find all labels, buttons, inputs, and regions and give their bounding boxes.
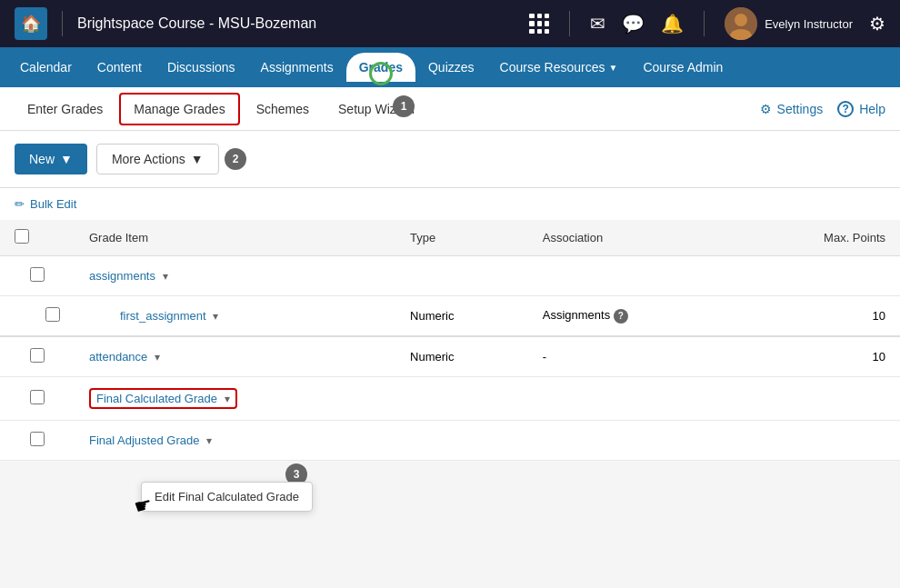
nav-calendar-wrap: Calendar — [7, 53, 85, 82]
avatar — [725, 7, 757, 40]
row-checkbox-input[interactable] — [30, 348, 45, 363]
divider3 — [704, 11, 705, 36]
row-association-cell — [528, 256, 735, 296]
final-calculated-grade-link[interactable]: Final Calculated Grade — [96, 392, 217, 405]
row-name-link[interactable]: first_assignment — [120, 309, 209, 323]
nav-course-resources[interactable]: Course Resources ▼ — [487, 53, 631, 82]
top-bar-icons: ✉ 💬 🔔 Evelyn Instructor ⚙ — [529, 7, 885, 40]
sub-nav: Enter Grades Manage Grades Schemes Setup… — [0, 87, 900, 131]
row-checkbox-input[interactable] — [30, 267, 45, 282]
row-checkbox — [0, 336, 75, 377]
nav-course-admin[interactable]: Course Admin — [630, 53, 735, 82]
mail-icon[interactable]: ✉ — [590, 13, 605, 35]
settings-button[interactable]: ⚙ Settings — [760, 102, 824, 116]
bulk-edit-bar: ✏ Bulk Edit — [0, 188, 900, 220]
table-row: first_assignment ▾ Numeric Assignments ?… — [0, 296, 900, 337]
row-chevron-button[interactable]: ▾ — [163, 270, 168, 283]
app-title: Brightspace Course - MSU-Bozeman — [77, 15, 518, 32]
grades-table-wrapper: Grade Item Type Association Max. Points — [0, 220, 900, 461]
new-button[interactable]: New ▼ — [15, 144, 87, 174]
row-checkbox-input[interactable] — [30, 432, 45, 446]
sub-nav-manage-grades[interactable]: Manage Grades — [119, 93, 239, 125]
row-chevron-button[interactable]: ▾ — [213, 310, 218, 323]
row-maxpoints-cell — [735, 377, 900, 421]
row-name-cell: Final Adjusted Grade ▾ — [75, 421, 395, 461]
nav-content-wrap: Content — [85, 53, 155, 82]
more-actions-button[interactable]: More Actions ▼ — [96, 144, 219, 174]
settings-icon: ⚙ — [760, 102, 772, 116]
help-button[interactable]: ? Help — [837, 101, 885, 117]
final-calculated-grade-box: Final Calculated Grade ▾ — [89, 388, 237, 409]
final-adjusted-grade-link[interactable]: Final Adjusted Grade — [89, 434, 203, 447]
home-button[interactable]: 🏠 — [15, 7, 47, 40]
nav-assignments-wrap: Assignments — [248, 53, 346, 82]
grid-icon-inner — [529, 14, 549, 34]
row-maxpoints-cell — [735, 421, 900, 461]
row-maxpoints-cell — [735, 256, 900, 296]
row-name-cell: attendance ▾ — [75, 336, 395, 377]
row-association-cell: Assignments ? — [528, 296, 735, 337]
row-checkbox-input[interactable] — [45, 307, 60, 322]
table-row: attendance ▾ Numeric - 10 — [0, 336, 900, 377]
username: Evelyn Instructor — [765, 17, 853, 31]
grid-icon[interactable] — [529, 14, 549, 34]
bulk-edit-button[interactable]: ✏ Bulk Edit — [15, 197, 76, 211]
info-icon[interactable]: ? — [614, 309, 628, 324]
chevron-down-icon: ▼ — [60, 152, 73, 166]
nav-discussions-wrap: Discussions — [155, 53, 248, 82]
divider — [62, 11, 63, 36]
row-association-cell — [528, 421, 735, 461]
nav-content[interactable]: Content — [85, 53, 155, 82]
user-menu[interactable]: Evelyn Instructor — [725, 7, 853, 40]
header-association: Association — [528, 220, 735, 256]
row-type-cell — [395, 377, 528, 421]
row-association-cell: - — [528, 336, 735, 377]
nav-quizzes-wrap: Quizzes — [415, 53, 487, 82]
sub-nav-right: ⚙ Settings ? Help — [760, 101, 885, 117]
nav-quizzes[interactable]: Quizzes — [415, 53, 487, 82]
nav-course-resources-wrap: Course Resources ▼ — [487, 53, 631, 82]
row-checkbox-input[interactable] — [30, 390, 45, 404]
row-name-cell: first_assignment ▾ — [75, 296, 395, 337]
table-row: Final Calculated Grade ▾ — [0, 377, 900, 421]
sub-nav-schemes[interactable]: Schemes — [244, 95, 322, 124]
svg-point-1 — [735, 14, 747, 26]
settings-gear-icon[interactable]: ⚙ — [869, 13, 885, 35]
chat-icon[interactable]: 💬 — [622, 13, 645, 35]
header-checkbox-col — [0, 220, 75, 256]
step-badge-1: 1 — [393, 95, 415, 117]
bell-icon[interactable]: 🔔 — [661, 13, 684, 35]
nav-calendar[interactable]: Calendar — [7, 53, 85, 82]
step-badge-2: 2 — [225, 148, 246, 170]
row-name-link[interactable]: attendance — [89, 350, 151, 364]
row-type-cell — [395, 421, 528, 461]
row-type-cell: Numeric — [395, 296, 528, 337]
row-name-link[interactable]: assignments — [89, 269, 159, 283]
row-chevron-button[interactable]: ▾ — [225, 393, 230, 405]
chevron-down-icon: ▼ — [191, 152, 204, 166]
row-chevron-button[interactable]: ▾ — [155, 351, 160, 364]
row-name-cell: Final Calculated Grade ▾ — [75, 377, 395, 421]
row-maxpoints-cell: 10 — [735, 296, 900, 337]
header-max-points: Max. Points — [735, 220, 900, 256]
action-bar: New ▼ More Actions ▼ — [0, 131, 900, 188]
table-row: assignments ▾ — [0, 256, 900, 296]
help-icon: ? — [837, 101, 854, 117]
row-checkbox — [0, 421, 75, 461]
row-chevron-button[interactable]: ▾ — [206, 434, 212, 447]
nav-grades[interactable]: Grades — [346, 53, 415, 82]
sub-nav-enter-grades[interactable]: Enter Grades — [15, 95, 115, 124]
row-maxpoints-cell: 10 — [735, 336, 900, 377]
header-type: Type — [395, 220, 528, 256]
top-bar: 🏠 Brightspace Course - MSU-Bozeman ✉ 💬 🔔 — [0, 0, 900, 47]
select-all-checkbox[interactable] — [15, 229, 29, 244]
header-grade-item: Grade Item — [75, 220, 395, 256]
nav-discussions[interactable]: Discussions — [155, 53, 248, 82]
row-checkbox — [0, 296, 75, 337]
chevron-down-icon: ▼ — [609, 63, 618, 73]
nav-assignments[interactable]: Assignments — [248, 53, 346, 82]
table-header-row: Grade Item Type Association Max. Points — [0, 220, 900, 256]
edit-icon: ✏ — [15, 197, 25, 211]
row-type-cell: Numeric — [395, 336, 528, 377]
row-type-cell — [395, 256, 528, 296]
